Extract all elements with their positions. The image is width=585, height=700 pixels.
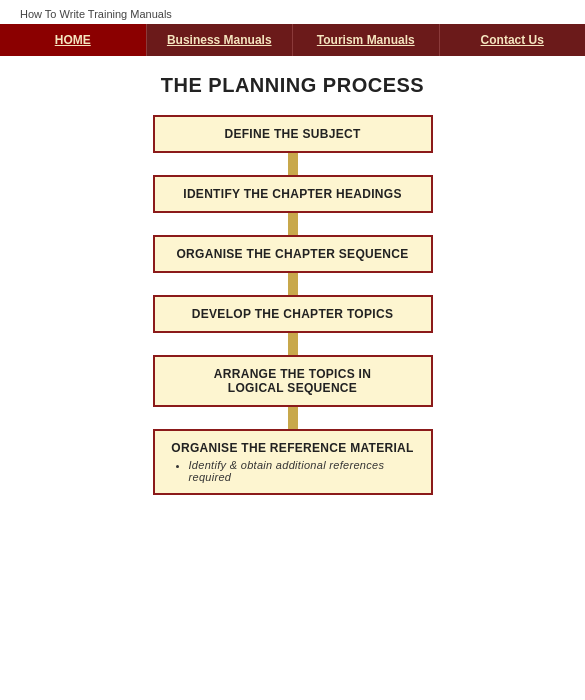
page-title: THE PLANNING PROCESS bbox=[161, 74, 424, 97]
flowchart: DEFINE THE SUBJECT IDENTIFY THE CHAPTER … bbox=[20, 115, 565, 495]
top-bar: How To Write Training Manuals bbox=[0, 0, 585, 24]
connector-3 bbox=[288, 273, 298, 295]
main-content: THE PLANNING PROCESS DEFINE THE SUBJECT … bbox=[0, 56, 585, 700]
flowchart-box-6: ORGANISE THE REFERENCE MATERIAL Identify… bbox=[153, 429, 433, 495]
flowchart-box-5: ARRANGE THE TOPICS INLOGICAL SEQUENCE bbox=[153, 355, 433, 407]
flowchart-box-3: ORGANISE THE CHAPTER SEQUENCE bbox=[153, 235, 433, 273]
connector-1 bbox=[288, 153, 298, 175]
site-title: How To Write Training Manuals bbox=[20, 8, 172, 20]
nav-home[interactable]: HOME bbox=[0, 24, 147, 56]
page-wrapper: How To Write Training Manuals HOME Busin… bbox=[0, 0, 585, 700]
flowchart-box-4: DEVELOP THE CHAPTER TOPICS bbox=[153, 295, 433, 333]
flowchart-box-1: DEFINE THE SUBJECT bbox=[153, 115, 433, 153]
nav-bar: HOME Business Manuals Tourism Manuals Co… bbox=[0, 24, 585, 56]
nav-contact-us[interactable]: Contact Us bbox=[440, 24, 586, 56]
nav-tourism-manuals[interactable]: Tourism Manuals bbox=[293, 24, 440, 56]
flowchart-box-2: IDENTIFY THE CHAPTER HEADINGS bbox=[153, 175, 433, 213]
nav-business-manuals[interactable]: Business Manuals bbox=[147, 24, 294, 56]
connector-4 bbox=[288, 333, 298, 355]
connector-2 bbox=[288, 213, 298, 235]
connector-5 bbox=[288, 407, 298, 429]
